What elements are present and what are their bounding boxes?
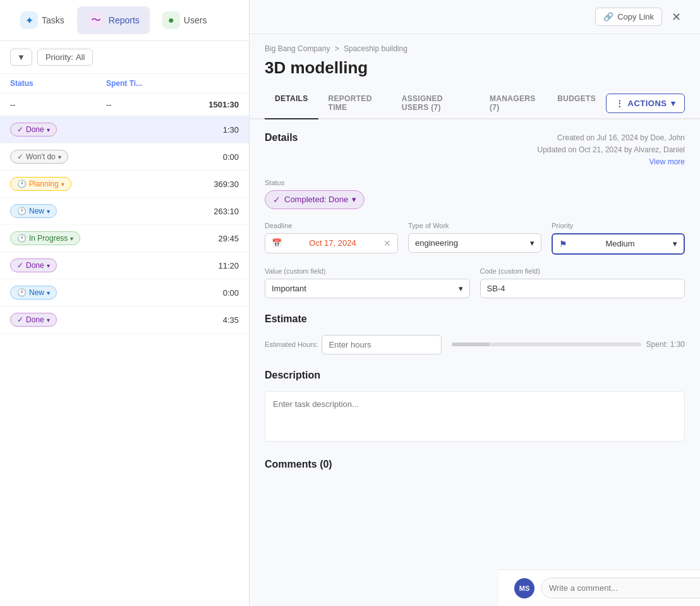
spent-time: 263:10 [176,207,239,216]
close-button[interactable]: ✕ [667,8,685,26]
planning-clock-icon: 🕐 [17,179,27,188]
value-arrow: ▾ [459,284,463,293]
wont-label: Won't do [26,152,56,161]
breadcrumb-company: Big Bang Company [265,44,330,53]
filter-bar: ▼ Priority: All [0,41,249,74]
status-done-badge[interactable]: ✓ Completed: Done ▾ [265,190,365,209]
type-of-work-value: engineering [415,238,458,248]
copy-link-button[interactable]: 🔗 Copy Link [595,8,662,26]
actions-label: AcTiONS [628,99,667,108]
status-badge-wont[interactable]: ✓ Won't do ▾ [10,150,68,164]
estimated-hours-label: Estimated Hours: [265,341,318,348]
spent-time: 29:45 [176,234,239,243]
col-status-header: Status [10,79,106,88]
view-more-link[interactable]: View more [538,156,685,168]
tab-budgets-label: BUDGETS [557,94,596,103]
done3-label: Done [26,315,44,324]
deadline-clear-button[interactable]: ✕ [383,238,391,248]
status-badge-new[interactable]: 🕐 New ▾ [10,204,57,218]
badge-arrow: ▾ [47,126,50,133]
task-row[interactable]: ✓ Done ▾ 1:30 [0,116,249,143]
nav-tab-tasks-label: Tasks [42,15,64,25]
done2-label: Done [26,261,44,270]
nav-tab-users-label: Users [184,15,207,25]
status-badge-done2[interactable]: ✓ Done ▾ [10,258,57,272]
type-of-work-field: Type of Work engineering ▾ [408,222,541,255]
task-status-cell: ✓ Won't do ▾ [10,150,106,164]
value-label: Value (custom field) [265,267,470,275]
priority-dropdown[interactable]: ⚑ Medium ▾ [552,233,685,255]
deadline-field: Deadline 📅 Oct 17, 2024 ✕ [265,222,398,255]
priority-filter[interactable]: Priority: All [37,49,94,66]
tab-reported-time[interactable]: REPORTED TIME [318,88,392,119]
totals-total: 1501:30 [176,100,239,109]
priority-field: Priority ⚑ Medium ▾ [552,222,685,255]
task-row[interactable]: ✓ Done ▾ 11:20 [0,252,249,279]
deadline-value: Oct 17, 2024 [309,238,356,248]
meta-info: Created on Jul 16, 2024 by Doe, John Upd… [538,132,685,169]
value-value: Important [272,284,306,293]
status-badge-planning[interactable]: 🕐 Planning ▾ [10,177,71,191]
done-check-icon: ✓ [17,125,23,134]
deadline-label: Deadline [265,222,398,229]
nav-tab-users[interactable]: ● Users [152,6,217,34]
breadcrumb-separator: > [335,44,339,53]
task-status-cell: 🕐 Planning ▾ [10,177,106,191]
actions-button[interactable]: ⋮ AcTiONS ▾ [606,94,685,113]
tab-assigned-label: ASSIGNED USERS (7) [402,94,443,112]
status-badge-done[interactable]: ✓ Done ▾ [10,123,57,136]
task-row[interactable]: 🕐 Planning ▾ 369:30 [0,171,249,198]
tabs-left: DETAILS REPORTED TIME ASSIGNED USERS (7)… [265,88,606,118]
done3-check-icon: ✓ [17,315,23,324]
tab-reported-label: REPORTED TIME [329,94,372,112]
task-status-cell: ✓ Done ▾ [10,123,106,136]
task-row[interactable]: 🕐 In Progress ▾ 29:45 [0,225,249,252]
estimated-hours-input[interactable] [322,335,442,355]
details-section-title: Details [265,132,298,143]
meta-created: Created on Jul 16, 2024 by Doe, John [538,132,685,144]
tab-budgets[interactable]: BUDGETS [547,88,606,119]
tasks-icon: ✦ [20,11,38,29]
priority-arrow: ▾ [673,239,677,248]
nav-tab-reports[interactable]: 〜 Reports [77,6,150,34]
tab-details[interactable]: DETAILS [265,88,318,119]
code-input[interactable]: SB-4 [480,279,685,298]
col-extra-header [176,79,239,88]
type-of-work-arrow: ▾ [530,238,534,248]
right-panel: 🔗 Copy Link ✕ Big Bang Company > Spacesh… [250,0,700,606]
status-badge-new2[interactable]: 🕐 New ▾ [10,286,57,300]
inprogress-label: In Progress [29,234,68,243]
spent-label: Spent: 1:30 [646,340,685,349]
spent-time: 369:30 [176,179,239,189]
actions-chevron-icon: ▾ [671,99,676,108]
deadline-input[interactable]: 📅 Oct 17, 2024 ✕ [265,233,398,253]
task-row[interactable]: 🕐 New ▾ 0:00 [0,279,249,306]
new-clock-icon: 🕐 [17,207,27,215]
spent-time: 1:30 [176,125,239,135]
wont-check-icon: ✓ [17,152,23,161]
new-label: New [29,207,44,215]
tab-managers[interactable]: MANAGERS (7) [480,88,547,119]
task-row[interactable]: ✓ Done ▾ 4:35 [0,306,249,334]
comments-section: Comments (0) [265,459,685,470]
avatar: MS [514,578,534,598]
priority-flag-icon: ⚑ [559,239,567,249]
value-select[interactable]: Important ▾ [265,279,470,298]
task-row[interactable]: 🕐 New ▾ 263:10 [0,198,249,225]
status-badge-done3[interactable]: ✓ Done ▾ [10,313,57,327]
status-label: Status [265,179,685,186]
type-of-work-select[interactable]: engineering ▾ [408,233,541,253]
done-label: Done [26,125,44,134]
filter-dropdown-arrow: ▼ [17,52,25,62]
tab-assigned-users[interactable]: ASSIGNED USERS (7) [392,88,480,119]
filter-dropdown[interactable]: ▼ [10,49,32,66]
nav-tab-tasks[interactable]: ✦ Tasks [10,6,75,34]
calendar-icon: 📅 [272,238,282,248]
comment-input[interactable] [541,578,700,598]
tab-details-label: DETAILS [275,94,308,103]
status-badge-inprogress[interactable]: 🕐 In Progress ▾ [10,231,80,245]
breadcrumb-project: Spaceship building [344,44,407,53]
copy-link-label: Copy Link [617,12,654,21]
description-input[interactable] [265,391,685,442]
task-row[interactable]: ✓ Won't do ▾ 0:00 [0,143,249,171]
